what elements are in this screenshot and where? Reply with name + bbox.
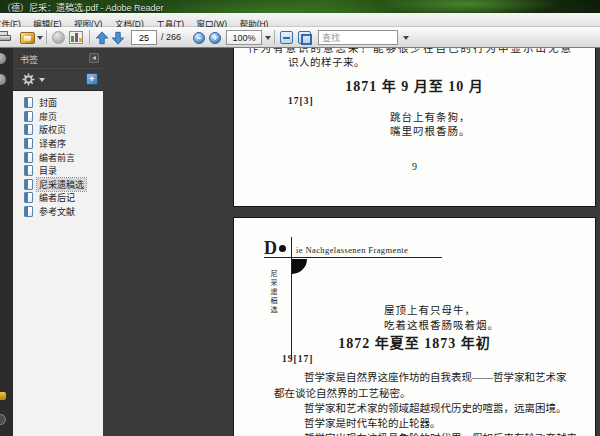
page-number-label: 9	[234, 161, 595, 172]
toolbar: / 266 − + 100%	[0, 27, 600, 48]
verse-line: 跳台上有条狗，	[390, 109, 471, 124]
bookmark-label: 译者序	[37, 137, 68, 150]
bookmark-page-icon	[24, 152, 33, 163]
previous-page-button[interactable]	[95, 29, 109, 46]
bookmark-page-icon	[24, 111, 33, 122]
bookmarks-tab-icon[interactable]	[0, 53, 6, 64]
bookmark-label: 版权页	[37, 123, 68, 136]
chart-icon	[69, 31, 83, 44]
bookmarks-panel: 书签 + 封面 扉页 版权页 译者序 编者前言 目录 尼采遗稿选 编者后记	[13, 48, 103, 436]
pdf-page-25: 作为有意识的意志来！能够很少在自己的行为中显示出无意 识人的样子来。 1871 …	[233, 48, 596, 207]
bookmark-page-icon	[24, 124, 33, 135]
bookmark-item[interactable]: 译者序	[13, 137, 103, 151]
logo-title: ie Nachgelassenen Fragmente	[296, 245, 408, 255]
fit-width-icon	[280, 31, 293, 44]
page-text-line: 识人的样子来。	[288, 54, 365, 69]
bookmark-page-icon	[24, 165, 33, 176]
bookmarks-list: 封面 扉页 版权页 译者序 编者前言 目录 尼采遗稿选 编者后记 参考文献	[13, 91, 103, 436]
bookmark-label: 编者前言	[37, 151, 77, 164]
print-icon[interactable]	[0, 31, 11, 43]
section-number: 17[3]	[288, 96, 314, 106]
section-number: 19[17]	[282, 354, 313, 364]
body-line: 哲学家是时代车轮的止轮器。	[304, 415, 441, 430]
share-dropdown[interactable]	[37, 29, 43, 46]
zoom-out-button[interactable]: −	[193, 29, 205, 46]
logo-vertical-text: 尼采遗稿选	[268, 270, 278, 315]
arrow-up-icon	[95, 31, 109, 45]
arrow-down-icon	[111, 31, 125, 45]
main-area: 书签 + 封面 扉页 版权页 译者序 编者前言 目录 尼采遗稿选 编者后记	[0, 48, 600, 436]
zoom-level-select[interactable]: 100%	[226, 30, 262, 45]
comments-tab-icon[interactable]	[0, 392, 6, 400]
separator	[89, 30, 90, 44]
bookmark-page-icon	[24, 179, 33, 190]
pages-tab-icon[interactable]	[0, 74, 6, 85]
bookmark-item[interactable]: 扉页	[13, 110, 103, 124]
logo-horizontal-rule	[264, 257, 442, 258]
options-dropdown-icon[interactable]	[39, 78, 45, 82]
page-total-label: / 266	[161, 32, 181, 42]
bookmark-page-icon	[24, 206, 33, 217]
new-bookmark-button[interactable]: +	[86, 73, 98, 85]
logo-initial: D	[264, 238, 277, 259]
bookmarks-panel-header: 书签	[13, 48, 103, 69]
body-line: 哲学家出现在这极具危险的时代里，假如后来车轮飞奔越来	[304, 430, 577, 436]
zoom-in-button[interactable]: +	[209, 29, 221, 46]
zoom-dropdown-icon[interactable]	[265, 36, 271, 40]
bookmark-page-icon	[24, 138, 33, 149]
logo-quarter-circle	[292, 259, 307, 274]
fit-page-icon	[298, 31, 311, 44]
bookmark-label: 参考文献	[37, 205, 77, 218]
separator	[46, 30, 47, 44]
bookmark-label: 尼采遗稿选	[37, 178, 86, 191]
bookmark-page-icon	[24, 192, 33, 203]
title-bar[interactable]: （德）尼采：遗稿选.pdf - Adobe Reader	[0, 0, 600, 13]
gear-icon[interactable]	[22, 73, 35, 86]
verse-line: 嘴里叼根香肠。	[390, 123, 471, 138]
find-dropdown-icon[interactable]	[403, 36, 409, 40]
separator	[274, 30, 275, 44]
bookmark-item[interactable]: 目录	[13, 164, 103, 178]
fit-width-button[interactable]	[280, 29, 293, 46]
bookmark-item[interactable]: 参考文献	[13, 205, 103, 219]
bookmark-label: 封面	[37, 96, 59, 109]
collaborate-button[interactable]	[52, 29, 65, 46]
verse-line: 吃着这根香肠吸着烟。	[384, 317, 499, 332]
fit-page-button[interactable]	[298, 29, 311, 46]
globe-icon	[52, 31, 65, 44]
next-page-button[interactable]	[111, 29, 125, 46]
document-pane: 作为有意识的意志来！能够很少在自己的行为中显示出无意 识人的样子来。 1871 …	[103, 48, 600, 436]
body-line: 哲学家是自然界这座作坊的自我表现——哲学家和艺术家	[304, 369, 567, 384]
navigation-tab-strip	[0, 48, 13, 436]
body-line: 都在谈论自然界的工艺秘密。	[274, 385, 411, 400]
share-icon	[20, 32, 35, 44]
adobe-reader-window: （德）尼采：遗稿选.pdf - Adobe Reader 文件(F) 编辑(E)…	[0, 0, 600, 436]
bookmark-item[interactable]: 版权页	[13, 123, 103, 137]
bookmark-item[interactable]: 编者前言	[13, 150, 103, 164]
attachments-tab-icon[interactable]	[0, 414, 6, 425]
zoom-level-value: 100%	[232, 33, 255, 43]
menu-bar: 文件(F) 编辑(E) 视图(V) 文档(D) 工具(T) 窗口(W) 帮助(H…	[0, 13, 600, 27]
page-number-input[interactable]	[131, 30, 157, 45]
date-heading: 1871 年 9 月至 10 月	[234, 75, 595, 95]
bookmarks-options-bar: +	[13, 69, 103, 91]
date-heading: 1872 年夏至 1873 年初	[234, 332, 595, 352]
verse-line: 屋顶上有只母牛，	[384, 302, 476, 317]
bookmark-label: 编者后记	[37, 191, 77, 204]
zoom-out-icon: −	[193, 32, 205, 44]
logo-dot-icon	[279, 245, 286, 252]
body-line: 哲学家和艺术家的领域超越现代历史的喧嚣，远离困境。	[304, 400, 567, 415]
bookmarks-panel-title: 书签	[20, 53, 38, 66]
find-input[interactable]	[318, 30, 398, 45]
bookmark-item[interactable]: 封面	[13, 96, 103, 110]
bookmark-item-selected[interactable]: 尼采遗稿选	[13, 178, 103, 192]
bookmark-label: 扉页	[37, 110, 59, 123]
bookmark-label: 目录	[37, 164, 59, 177]
bookmark-page-icon	[24, 97, 33, 108]
share-button[interactable]	[20, 29, 35, 46]
convert-button[interactable]	[69, 29, 83, 46]
collapse-panel-button[interactable]	[89, 53, 99, 63]
bookmark-item[interactable]: 编者后记	[13, 191, 103, 205]
zoom-in-icon: +	[209, 32, 221, 44]
pdf-page-26: D ie Nachgelassenen Fragmente 尼采遗稿选 屋顶上有…	[233, 217, 596, 436]
